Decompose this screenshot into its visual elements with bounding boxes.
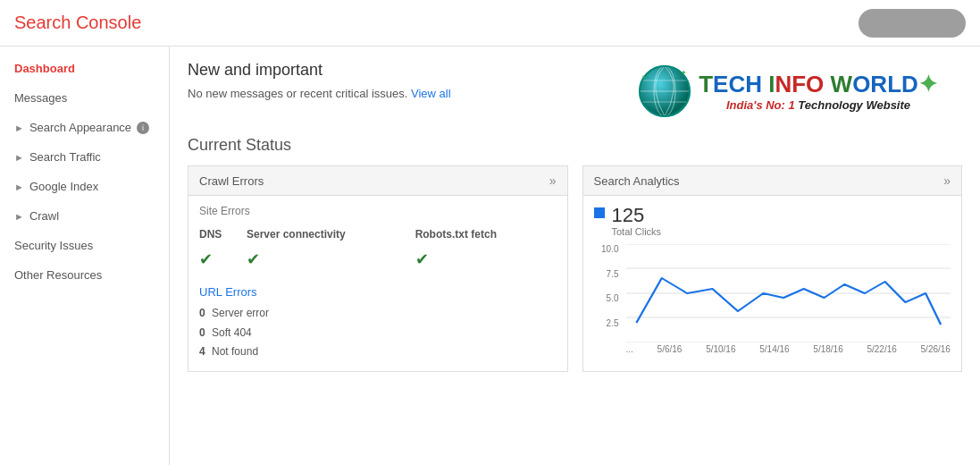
x-label: 5/22/16 [867,344,896,354]
sidebar-item-label: Search Traffic [29,150,101,164]
svg-text:✦: ✦ [641,74,646,80]
x-label: 5/6/16 [658,344,683,354]
url-errors-section: URL Errors 0 Server error 0 Soft 404 4 N… [199,285,557,362]
brand-logo-area: ✦ ✦ TECH INFO WORLD✦ India's No: 1 Techn… [614,61,962,125]
analytics-legend: 125 Total Clicks [594,205,951,237]
view-all-link[interactable]: View all [411,87,451,100]
sidebar-item-google-index[interactable]: ► Google Index [0,172,169,201]
list-item: 4 Not found [199,342,557,362]
sidebar-item-label: Dashboard [14,62,75,75]
sidebar-item-search-appearance[interactable]: ► Search Appearance i [0,113,169,142]
y-label: 5.0 [594,293,619,303]
current-status-title: Current Status [188,136,962,155]
arrow-icon: ► [14,182,24,192]
user-avatar [859,9,966,38]
brand-tagline: India's No: 1 Technology Website [699,98,938,112]
server-check-icon: ✔ [247,250,260,268]
x-label: ... [626,344,633,354]
x-label: 5/26/16 [921,344,951,354]
sidebar-item-label: Other Resources [14,268,102,282]
main-content: New and important No new messages or rec… [170,46,980,465]
y-label: 2.5 [594,318,619,328]
crawl-errors-title: Crawl Errors [199,174,264,188]
search-analytics-title: Search Analytics [594,174,680,188]
total-clicks-label: Total Clicks [612,226,662,237]
x-label: 5/10/16 [706,344,735,354]
server-col-header: Server connectivity [247,224,415,244]
robots-col-header: Robots.txt fetch [415,224,557,244]
dns-col-header: DNS [199,224,247,244]
arrow-icon: ► [14,152,24,163]
svg-text:✦: ✦ [681,69,687,77]
info-icon: i [137,122,149,134]
chart-x-axis: ... 5/6/16 5/10/16 5/14/16 5/18/16 5/22/… [594,344,951,354]
sidebar-item-label: Crawl [29,209,59,223]
url-errors-label[interactable]: URL Errors [199,285,557,299]
robots-check-icon: ✔ [415,250,429,268]
crawl-errors-card: Crawl Errors » Site Errors DNS Server co… [188,165,568,372]
crawl-errors-card-header[interactable]: Crawl Errors » [188,166,567,196]
sidebar-item-label: Search Appearance [29,121,131,134]
crawl-errors-table: DNS Server connectivity Robots.txt fetch… [199,224,557,275]
sidebar-item-search-traffic[interactable]: ► Search Traffic [0,142,169,172]
chevron-right-icon: » [549,173,557,188]
chart-y-axis: 10.0 7.5 5.0 2.5 [594,244,623,342]
list-item: 0 Server error [199,304,557,324]
y-label: 7.5 [594,269,619,279]
sidebar-item-dashboard[interactable]: Dashboard [0,54,169,83]
chart-container: 10.0 7.5 5.0 2.5 [594,244,951,360]
chart-svg [626,244,951,342]
chevron-right-icon: » [943,173,951,188]
arrow-icon: ► [14,211,24,222]
search-analytics-card: Search Analytics » 125 Total Clicks [582,165,963,372]
sidebar-item-label: Messages [14,91,67,105]
cards-row: Crawl Errors » Site Errors DNS Server co… [188,165,962,372]
sidebar-item-label: Security Issues [14,239,93,252]
y-label: 10.0 [594,244,619,254]
dns-check-icon: ✔ [199,250,213,268]
site-errors-label: Site Errors [199,205,557,217]
search-analytics-card-header[interactable]: Search Analytics » [583,166,962,196]
sidebar-item-crawl[interactable]: ► Crawl [0,201,169,231]
new-important-title: New and important [188,61,451,80]
sidebar-item-security-issues[interactable]: Security Issues [0,231,169,260]
sidebar-item-other-resources[interactable]: Other Resources [0,260,169,290]
total-clicks-number: 125 [612,205,662,226]
table-row: ✔ ✔ ✔ [199,244,557,275]
globe-icon: ✦ ✦ [638,64,691,118]
legend-dot [594,207,605,218]
x-label: 5/18/16 [813,344,842,354]
sidebar-item-messages[interactable]: Messages [0,83,169,113]
sidebar-item-label: Google Index [29,180,98,193]
list-item: 0 Soft 404 [199,324,557,343]
app-title: Search Console [14,13,141,33]
sidebar: Dashboard Messages ► Search Appearance i… [0,46,170,465]
brand-name: TECH INFO WORLD✦ [699,71,938,98]
no-messages-text: No new messages or recent critical issue… [188,87,451,100]
x-label: 5/14/16 [759,344,789,354]
arrow-icon: ► [14,123,24,133]
